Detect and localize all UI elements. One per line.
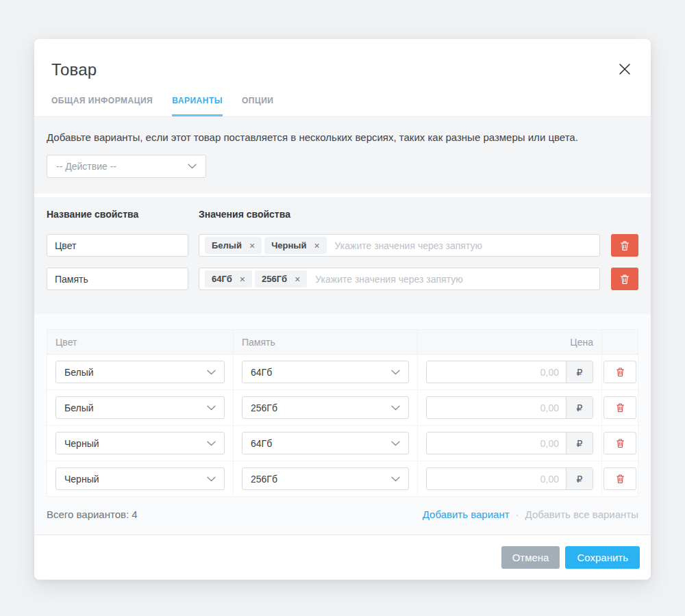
save-button[interactable]: Сохранить [565,546,640,569]
variants-summary-row: Всего вариантов: 4 Добавить вариант · До… [47,497,638,535]
property-name-input[interactable] [47,234,188,257]
currency-suffix: ₽ [566,468,593,489]
chevron-down-icon [207,441,216,446]
action-select[interactable]: -- Действие -- [47,155,206,178]
tag-remove-icon[interactable]: × [314,241,319,251]
currency-suffix: ₽ [566,361,593,383]
action-select-value: -- Действие -- [56,161,116,172]
column-header-price: Цена [418,330,602,355]
color-select[interactable]: Белый [55,361,225,383]
color-select[interactable]: Белый [55,396,225,419]
color-select-value: Черный [64,438,99,449]
color-select[interactable]: Черный [55,432,225,454]
color-select[interactable]: Черный [55,467,225,490]
property-row: 64Гб × 256Гб × Укажите значения через за… [47,268,638,290]
trash-icon [615,438,625,448]
trash-icon [615,474,625,484]
modal-footer: Отмена Сохранить [34,535,651,580]
value-tag-label: 64Гб [212,274,232,284]
values-placeholder: Укажите значения через запятую [315,274,462,285]
tab-variants[interactable]: ВАРИАНТЫ [172,96,223,116]
variant-row: Черный 64Гб ₽ [47,426,638,461]
variants-description: Добавьте варианты, если этот товар поста… [47,131,638,143]
tab-options[interactable]: ОПЦИИ [242,96,273,116]
delete-variant-button[interactable] [603,467,636,490]
property-name-header: Название свойства [47,209,199,220]
close-button[interactable] [615,60,634,79]
trash-icon [615,402,625,413]
price-input[interactable] [427,433,566,454]
link-separator: · [516,509,519,520]
memory-select[interactable]: 256Гб [242,467,409,490]
variants-intro-section: Добавьте варианты, если этот товар поста… [34,117,651,197]
color-select-value: Белый [64,402,94,413]
properties-header-row: Название свойства Значения свойства [47,209,638,220]
variants-total: Всего вариантов: 4 [47,509,138,520]
tag-remove-icon[interactable]: × [240,274,245,284]
price-input[interactable] [427,397,566,418]
value-tag: Черный × [264,237,326,254]
trash-icon [619,274,630,285]
memory-select-value: 64Гб [251,367,272,378]
price-input[interactable] [427,468,566,489]
property-values-header: Значения свойства [199,209,290,220]
tag-remove-icon[interactable]: × [295,274,300,284]
chevron-down-icon [391,441,400,446]
value-tag: 64Гб × [205,270,252,287]
currency-suffix: ₽ [566,433,593,454]
chevron-down-icon [207,405,216,411]
property-row: Белый × Черный × Укажите значения через … [47,234,638,257]
delete-property-button[interactable] [611,234,638,257]
chevron-down-icon [207,370,216,375]
price-input[interactable] [427,361,566,383]
memory-select-value: 256Гб [251,402,277,413]
properties-section: Название свойства Значения свойства Белы… [34,197,651,314]
memory-select-value: 64Гб [251,438,272,449]
values-placeholder: Укажите значения через запятую [335,240,482,251]
memory-select[interactable]: 256Гб [242,396,409,419]
color-select-value: Белый [64,367,94,378]
property-values-input[interactable]: Белый × Черный × Укажите значения через … [199,234,600,257]
memory-select[interactable]: 64Гб [242,432,409,454]
value-tag: 256Гб × [255,270,307,287]
memory-select[interactable]: 64Гб [242,361,409,383]
column-header-actions [602,330,638,355]
chevron-down-icon [391,370,400,375]
close-icon [617,62,632,77]
add-variant-link[interactable]: Добавить вариант [423,509,510,520]
chevron-down-icon [188,164,197,169]
add-all-variants-link[interactable]: Добавить все варианты [525,509,638,520]
price-field: ₽ [426,467,593,490]
variant-row: Белый 64Гб ₽ [47,355,638,390]
variants-table: Цвет Память Цена Белый 64Гб ₽ [47,329,638,497]
tag-remove-icon[interactable]: × [249,241,255,251]
variants-table-header: Цвет Память Цена [47,330,638,355]
price-field: ₽ [426,361,593,383]
cancel-button[interactable]: Отмена [501,546,560,569]
value-tag-label: Черный [271,240,306,251]
chevron-down-icon [207,476,216,482]
memory-select-value: 256Гб [251,474,277,485]
delete-variant-button[interactable] [603,432,636,454]
delete-property-button[interactable] [611,268,638,290]
delete-variant-button[interactable] [603,396,636,419]
chevron-down-icon [391,476,400,482]
chevron-down-icon [391,405,400,411]
product-modal: Товар ОБЩАЯ ИНФОРМАЦИЯ ВАРИАНТЫ ОПЦИИ До… [34,39,651,580]
currency-suffix: ₽ [566,397,593,418]
tab-general-info[interactable]: ОБЩАЯ ИНФОРМАЦИЯ [51,96,153,116]
variant-row: Белый 256Гб ₽ [47,390,638,426]
modal-header: Товар ОБЩАЯ ИНФОРМАЦИЯ ВАРИАНТЫ ОПЦИИ [34,39,651,117]
column-header-memory: Память [234,330,418,355]
variants-section: Цвет Память Цена Белый 64Гб ₽ [34,314,651,535]
column-header-color: Цвет [47,330,234,355]
property-name-input[interactable] [47,268,188,290]
value-tag: Белый × [205,237,262,254]
tab-bar: ОБЩАЯ ИНФОРМАЦИЯ ВАРИАНТЫ ОПЦИИ [51,96,634,116]
value-tag-label: 256Гб [262,274,287,284]
page-title: Товар [51,60,634,79]
color-select-value: Черный [64,474,99,485]
delete-variant-button[interactable] [603,361,636,383]
variant-row: Черный 256Гб ₽ [47,461,638,496]
property-values-input[interactable]: 64Гб × 256Гб × Укажите значения через за… [199,268,600,290]
